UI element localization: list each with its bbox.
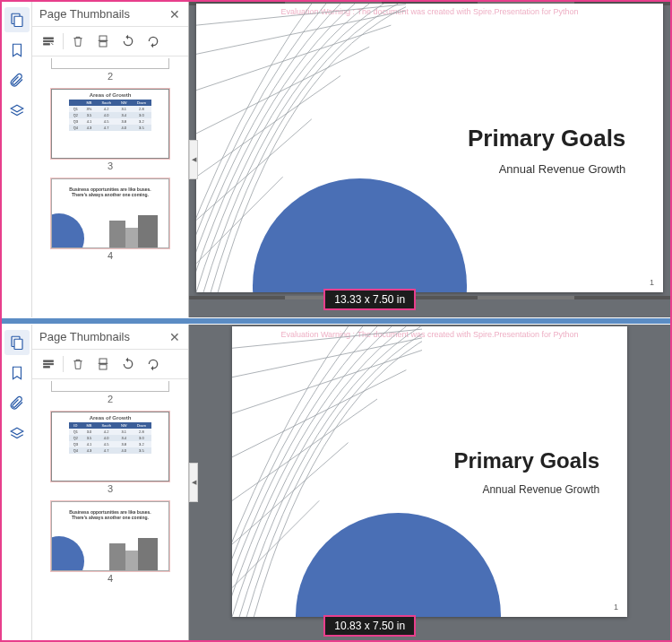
svg-rect-13 (99, 365, 107, 369)
panel-title: Page Thumbnails (39, 330, 168, 343)
page-dimensions-label: 10.83 x 7.50 in (323, 615, 416, 637)
slide-title: Primary Goals (453, 448, 599, 473)
delete-icon[interactable] (67, 30, 89, 52)
slide-subtitle: Annual Revenue Growth (499, 162, 626, 176)
page-view: Evaluation Warning : The document was cr… (196, 4, 663, 292)
options-menu-icon[interactable] (38, 30, 59, 52)
svg-rect-8 (14, 339, 22, 349)
svg-rect-12 (99, 359, 107, 363)
thumbnail-toolbar (32, 27, 188, 56)
thumbnails-panel: Page Thumbnails ✕ 2 Areas of Growth MBSo… (32, 2, 189, 317)
thumbnail-page-2-partial[interactable] (51, 58, 169, 69)
thumbnail-label: 3 (39, 482, 181, 501)
svg-rect-3 (44, 40, 54, 41)
svg-rect-6 (99, 42, 107, 47)
close-panel-icon[interactable]: ✕ (168, 331, 181, 343)
thumbnail-toolbar (32, 350, 188, 379)
thumbnail-page-4[interactable]: Business opportunities are like buses. T… (51, 178, 169, 248)
rotate-cw-icon[interactable] (142, 353, 164, 375)
thumbnail-label: 3 (39, 159, 181, 178)
page-dimensions-label: 13.33 x 7.50 in (323, 289, 416, 310)
rotate-cw-icon[interactable] (142, 30, 164, 52)
pdf-viewer-bottom: Page Thumbnails ✕ 2 Areas of Growth IDMB… (2, 325, 670, 640)
close-panel-icon[interactable]: ✕ (168, 8, 181, 21)
svg-rect-4 (44, 44, 50, 45)
thumbnail-label: 4 (39, 571, 181, 591)
thumbnail-list[interactable]: 2 Areas of Growth IDMBSouthNWDownQ13.04.… (32, 379, 188, 640)
svg-rect-1 (14, 16, 22, 26)
options-menu-icon[interactable] (38, 353, 59, 375)
slide-subtitle: Annual Revenue Growth (482, 483, 599, 496)
page-number: 1 (614, 603, 618, 612)
panel-title: Page Thumbnails (39, 7, 168, 21)
comparison-divider (2, 317, 670, 325)
slide-title: Primary Goals (468, 125, 625, 152)
thumbnails-tab-icon[interactable] (4, 7, 30, 32)
layers-tab-icon[interactable] (4, 99, 30, 124)
thumbnail-label: 2 (39, 392, 181, 412)
thumbnail-page-4[interactable]: Business opportunities are like buses. T… (51, 501, 169, 571)
bookmarks-tab-icon[interactable] (4, 38, 30, 63)
thumbnail-page-3[interactable]: Areas of Growth IDMBSouthNWDownQ13.04.23… (51, 412, 169, 482)
svg-rect-10 (44, 363, 54, 364)
svg-rect-11 (44, 367, 50, 368)
thumbnails-tab-icon[interactable] (4, 330, 30, 355)
thumbnail-page-2-partial[interactable] (51, 381, 169, 392)
thumbnail-label: 2 (39, 69, 181, 89)
rotate-ccw-icon[interactable] (117, 353, 139, 375)
svg-rect-5 (99, 36, 107, 40)
thumbnail-page-3[interactable]: Areas of Growth MBSouthNWDownQ13%4.23.12… (51, 89, 169, 159)
page-number: 1 (650, 278, 654, 287)
extract-icon[interactable] (92, 30, 114, 52)
attachments-tab-icon[interactable] (4, 68, 30, 93)
document-area[interactable]: Evaluation Warning : The document was cr… (189, 325, 670, 640)
ruler (189, 296, 670, 299)
document-area[interactable]: Evaluation Warning : The document was cr… (189, 2, 670, 317)
attachments-tab-icon[interactable] (4, 391, 30, 416)
bookmarks-tab-icon[interactable] (4, 360, 30, 386)
thumbnails-panel: Page Thumbnails ✕ 2 Areas of Growth IDMB… (32, 325, 189, 640)
delete-icon[interactable] (67, 353, 89, 375)
extract-icon[interactable] (92, 353, 114, 375)
svg-rect-9 (44, 360, 54, 361)
navigation-rail (2, 2, 32, 317)
layers-tab-icon[interactable] (4, 421, 30, 447)
collapse-handle-icon[interactable] (189, 463, 198, 502)
thumbnail-list[interactable]: 2 Areas of Growth MBSouthNWDownQ13%4.23.… (32, 56, 188, 317)
navigation-rail (2, 325, 32, 640)
thumbnail-label: 4 (39, 248, 181, 268)
page-view: Evaluation Warning : The document was cr… (232, 326, 627, 617)
rotate-ccw-icon[interactable] (117, 30, 139, 52)
svg-rect-2 (44, 38, 54, 39)
pdf-viewer-top: Page Thumbnails ✕ 2 Areas of Growth MBSo… (2, 2, 670, 317)
collapse-handle-icon[interactable] (189, 140, 198, 179)
